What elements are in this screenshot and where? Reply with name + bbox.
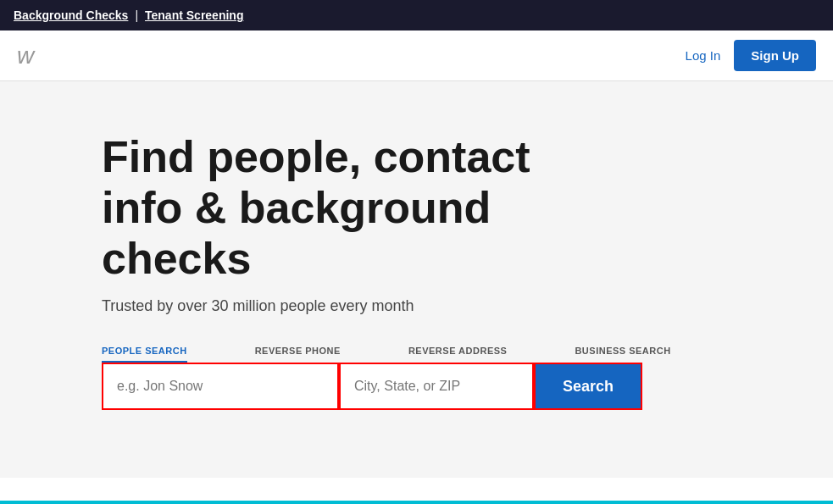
search-tabs: PEOPLE SEARCH REVERSE PHONE REVERSE ADDR… [102, 346, 833, 363]
top-bar-divider: | [135, 8, 138, 22]
tab-reverse-address[interactable]: REVERSE ADDRESS [408, 346, 508, 363]
hero-title: Find people, contact info & background c… [102, 132, 610, 284]
search-button[interactable]: Search [534, 363, 642, 410]
header-actions: Log In Sign Up [686, 40, 816, 71]
tab-reverse-phone[interactable]: REVERSE PHONE [255, 346, 341, 363]
location-search-input[interactable] [339, 363, 534, 410]
signup-button[interactable]: Sign Up [734, 40, 816, 71]
hero-section: Find people, contact info & background c… [0, 81, 833, 478]
hero-subtitle: Trusted by over 30 million people every … [102, 297, 833, 315]
tab-business-search[interactable]: BUSINESS SEARCH [575, 346, 670, 363]
search-section: PEOPLE SEARCH REVERSE PHONE REVERSE ADDR… [102, 346, 833, 410]
top-bar: Background Checks | Tenant Screening [0, 0, 833, 30]
tenant-screening-link[interactable]: Tenant Screening [145, 8, 243, 22]
bottom-progress-bar [0, 501, 833, 504]
logo: w [17, 42, 34, 69]
search-inputs-row: Search [102, 363, 833, 410]
login-link[interactable]: Log In [686, 48, 721, 63]
tab-people-search[interactable]: PEOPLE SEARCH [102, 346, 187, 363]
background-checks-link[interactable]: Background Checks [14, 8, 128, 22]
name-search-input[interactable] [102, 363, 339, 410]
header: w Log In Sign Up [0, 30, 833, 81]
